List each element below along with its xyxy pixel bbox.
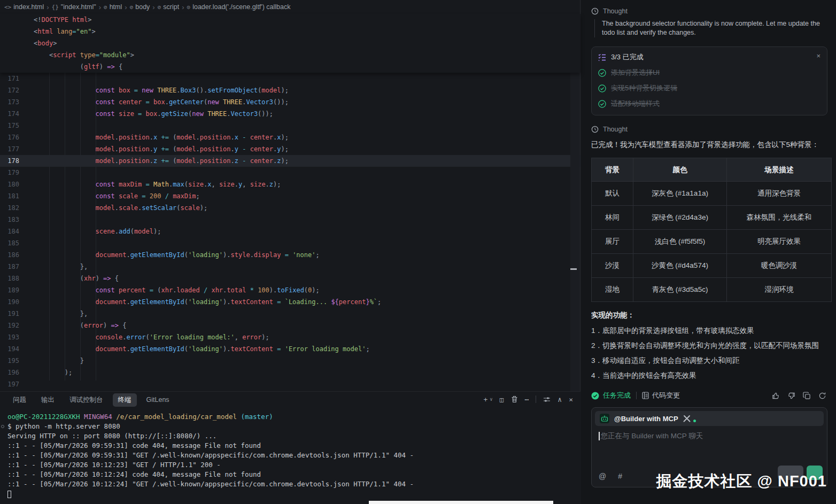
line-number: 176	[0, 131, 19, 143]
task-complete-label: 任务完成	[603, 391, 631, 400]
code-line[interactable]: 180 const maxDim = Math.max(size.x, size…	[0, 179, 580, 190]
trash-icon[interactable]	[511, 394, 518, 405]
line-number: 185	[0, 237, 19, 249]
code-line[interactable]: 195 }	[0, 355, 580, 367]
sticky-line[interactable]: <!DOCTYPE html>	[0, 14, 580, 26]
thought-header[interactable]: Thought	[591, 7, 827, 15]
panel-tab-问题[interactable]: 问题	[7, 393, 32, 407]
table-header-cell: 颜色	[633, 158, 727, 182]
code-line[interactable]: 182 model.scale.setScalar(scale);	[0, 202, 580, 214]
table-cell: 浅白色 (#f5f5f5)	[633, 230, 727, 254]
mention-icon[interactable]: @	[599, 472, 606, 480]
terminal-output[interactable]: oo@PC-20211228GXKH MINGW64 /e/car_model_…	[7, 412, 570, 499]
sticky-line[interactable]: (gltf) => {	[0, 61, 580, 73]
todo-title: 3/3 已完成	[611, 52, 644, 62]
split-terminal-icon[interactable]: ◫	[500, 394, 504, 405]
chevron-right-icon: ›	[125, 3, 127, 11]
sticky-line[interactable]: <body>	[0, 37, 580, 49]
breadcrumb-item[interactable]: {}"index.html"	[52, 3, 96, 11]
copy-icon[interactable]	[803, 392, 811, 400]
code-line[interactable]: 196 );	[0, 367, 580, 378]
more-icon[interactable]: ⋯	[525, 394, 529, 405]
thumbs-up-icon[interactable]	[772, 392, 780, 400]
code-line[interactable]: 183	[0, 214, 580, 226]
sticky-line[interactable]: <html lang="en">	[0, 26, 580, 37]
code-line[interactable]: 194 document.getElementById('loading').t…	[0, 343, 580, 355]
chevron-right-icon: ›	[152, 3, 154, 11]
panel-tab-终端[interactable]: 终端	[113, 393, 137, 407]
code-line[interactable]: 178 model.position.z += (model.position.…	[0, 155, 580, 167]
launch-profile-icon[interactable]	[543, 394, 551, 405]
panel-tab-输出[interactable]: 输出	[36, 393, 60, 407]
code-line[interactable]: 186 document.getElementById('loading').s…	[0, 249, 580, 261]
line-number: 189	[0, 284, 19, 296]
symbol-tag-icon: ⊘	[158, 4, 161, 11]
maximize-panel-icon[interactable]: ∧	[558, 394, 562, 405]
code-line[interactable]: 185	[0, 237, 580, 249]
assistant-message: 已完成！我为汽车模型查看器添加了背景选择功能，包含以下5种背景：	[591, 140, 827, 150]
line-number: 171	[0, 73, 19, 84]
code-line[interactable]: 177 model.position.y += (model.position.…	[0, 143, 580, 155]
code-line[interactable]: 173 const center = box.getCenter(new THR…	[0, 96, 580, 108]
hash-icon[interactable]: #	[618, 472, 622, 480]
line-number: 177	[0, 143, 19, 155]
breadcrumb-item[interactable]: ⊘body	[130, 3, 150, 11]
line-number: 187	[0, 261, 19, 273]
chat-input[interactable]: 您正在与 Builder with MCP 聊天	[599, 431, 703, 441]
line-number: 178	[0, 155, 19, 167]
code-line[interactable]: 181 const scale = 200 / maxDim;	[0, 190, 580, 202]
code-line[interactable]: 176 model.position.x += (model.position.…	[0, 131, 580, 143]
chevron-down-icon[interactable]: ∨	[490, 394, 492, 405]
breadcrumb-item[interactable]: ⊘script	[158, 3, 180, 11]
command-decoration[interactable]	[1, 425, 4, 428]
code-line[interactable]: 191 },	[0, 308, 580, 320]
thought-text: The background selector functionality is…	[594, 19, 824, 37]
line-number: 186	[0, 249, 19, 261]
table-cell: 默认	[592, 182, 633, 206]
code-line[interactable]: 174 const size = box.getSize(new THREE.V…	[0, 108, 580, 120]
table-cell: 深灰色 (#1a1a1a)	[633, 182, 727, 206]
new-terminal-icon[interactable]: +	[483, 394, 487, 405]
code-line[interactable]: 187 },	[0, 261, 580, 273]
line-number: 179	[0, 167, 19, 179]
breadcrumb-item[interactable]: <>index.html	[4, 3, 44, 11]
line-number: 191	[0, 308, 19, 320]
thought-header[interactable]: Thought	[591, 126, 827, 133]
code-editor[interactable]: 171172 const box = new THREE.Box3().setF…	[0, 73, 580, 391]
terminal-line	[7, 489, 570, 499]
check-circle-icon	[598, 84, 606, 92]
line-number: 181	[0, 190, 19, 202]
panel-tab-调试控制台[interactable]: 调试控制台	[64, 393, 109, 407]
bottom-panel: 问题输出调试控制台终端GitLens + ∨ ◫ ⋯ ∧ × oo@PC-202…	[0, 391, 580, 504]
table-cell: 通用深色背景	[727, 182, 832, 206]
code-line[interactable]: 179	[0, 167, 580, 179]
agent-chip[interactable]: @Builder with MCP	[595, 411, 824, 426]
collapse-icon[interactable]: ×	[816, 52, 820, 60]
code-line[interactable]: 197	[0, 378, 580, 390]
table-row: 默认深灰色 (#1a1a1a)通用深色背景	[592, 182, 832, 206]
refresh-icon[interactable]	[818, 392, 826, 400]
code-line[interactable]: 192 (error) => {	[0, 320, 580, 331]
line-number: 190	[0, 296, 19, 308]
robot-icon	[599, 413, 610, 424]
table-cell: 沙黄色 (#d4a574)	[633, 254, 727, 278]
code-line[interactable]: 175	[0, 120, 580, 131]
line-number: 172	[0, 84, 19, 96]
close-panel-icon[interactable]: ×	[569, 394, 573, 405]
code-line[interactable]: 171	[0, 73, 580, 84]
code-changes-button[interactable]: 代码变更	[642, 391, 680, 400]
code-line[interactable]: 184 scene.add(model);	[0, 226, 580, 237]
breadcrumb-item[interactable]: ⊘html	[104, 3, 122, 11]
code-line[interactable]: 189 const percent = (xhr.loaded / xhr.to…	[0, 284, 580, 296]
feature-item: 1．底部居中的背景选择按钮组，带有玻璃拟态效果	[591, 326, 827, 335]
thumbs-down-icon[interactable]	[787, 392, 795, 400]
code-line[interactable]: 190 document.getElementById('loading').t…	[0, 296, 580, 308]
code-line[interactable]: 193 console.error('Error loading model:'…	[0, 331, 580, 343]
code-line[interactable]: 172 const box = new THREE.Box3().setFrom…	[0, 84, 580, 96]
sticky-line[interactable]: <script type="module">	[0, 49, 580, 61]
checklist-icon	[598, 53, 606, 61]
line-number: 175	[0, 120, 19, 131]
breadcrumb-item[interactable]: ⊙loader.load('./scene.gltf') callback	[187, 3, 291, 11]
panel-tab-GitLens[interactable]: GitLens	[141, 394, 175, 406]
code-line[interactable]: 188 (xhr) => {	[0, 273, 580, 284]
